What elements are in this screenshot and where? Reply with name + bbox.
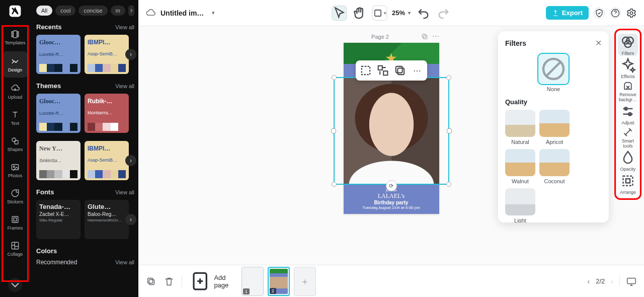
svg-rect-18	[383, 71, 387, 75]
filters-close[interactable]: ✕	[595, 38, 602, 48]
cloud-sync-icon[interactable]	[145, 8, 155, 18]
resize-handle-mr[interactable]	[447, 128, 452, 133]
svg-rect-15	[422, 34, 426, 38]
recents-title: Recents	[36, 23, 62, 31]
recommended-title: Recommended	[36, 259, 77, 266]
left-rail: Templates Design Upload Text Shapes Phot…	[0, 0, 30, 297]
chip-all[interactable]: All	[36, 6, 52, 16]
resize-tool[interactable]: ▾	[372, 6, 387, 21]
app-logo[interactable]	[8, 4, 22, 18]
shield-icon[interactable]	[594, 8, 605, 19]
main-area: Untitled ima… ▾ ▾ 25%▾ Export	[138, 0, 644, 297]
recent-card-2[interactable]: IBMPl… Asap-SemiB…	[85, 35, 129, 74]
page-thumb-2[interactable]: 2	[268, 267, 290, 296]
resize-handle-ml[interactable]	[331, 128, 336, 133]
bb-delete[interactable]	[164, 276, 175, 287]
zoom-control[interactable]: 25%▾	[392, 9, 411, 17]
svg-rect-14	[423, 35, 427, 39]
page-thumb-1[interactable]: 1	[242, 267, 264, 296]
page-duplicate-icon[interactable]	[421, 32, 428, 41]
filter-walnut[interactable]: Walnut	[505, 149, 535, 184]
themes-title: Themes	[36, 82, 61, 90]
svg-rect-30	[148, 278, 153, 283]
settings-icon[interactable]	[626, 8, 637, 19]
svg-rect-17	[378, 66, 382, 70]
filter-natural[interactable]: Natural	[505, 110, 535, 145]
page-indicator: 2/2	[596, 277, 605, 285]
title-dropdown-icon[interactable]: ▾	[212, 10, 215, 16]
colors-viewall[interactable]: View all	[115, 259, 134, 265]
tutorial-highlight-right	[614, 29, 641, 200]
help-icon[interactable]	[610, 8, 621, 19]
theme-card-2[interactable]: Rubik-… Montserra…	[85, 94, 129, 133]
page-thumb-add[interactable]: ＋	[294, 267, 316, 296]
add-page-button[interactable]: Add page	[189, 270, 229, 292]
bottom-bar: Add page 1 2 ＋ ‹ 2/2 ›	[138, 265, 644, 297]
ctx-more[interactable]: ⋯	[410, 63, 424, 78]
ctx-replace[interactable]	[376, 63, 390, 78]
ctx-copy[interactable]	[393, 63, 407, 78]
font-card-1[interactable]: Tenada-… Zacbel X-E… Stilu-Regular	[36, 200, 80, 239]
resize-handle-tr[interactable]	[446, 75, 451, 80]
recents-next[interactable]: ›	[125, 49, 136, 60]
hand-tool[interactable]	[352, 6, 367, 21]
theme-card-4[interactable]: IBMPl… Asap-SemiB…	[85, 141, 129, 180]
recent-card-1[interactable]: Glooc… Lucette-R…	[36, 35, 80, 74]
filter-apricot[interactable]: Apricot	[539, 110, 570, 145]
context-toolbar: ⋯	[356, 60, 427, 81]
font-card-2[interactable]: Glute… Baloo-Reg… HammersmithOn…	[85, 200, 129, 239]
theme-card-3[interactable]: New Y… SinkinSa…	[36, 141, 80, 180]
svg-rect-11	[374, 10, 380, 16]
rotate-handle[interactable]: ⟳	[386, 180, 397, 191]
theme-card-1[interactable]: Glooc… Lucette-R…	[36, 94, 80, 133]
chip-overflow[interactable]	[128, 5, 134, 16]
page-more-icon[interactable]: ⋯	[432, 32, 439, 41]
svg-rect-29	[149, 279, 154, 284]
top-bar: Untitled ima… ▾ ▾ 25%▾ Export	[138, 0, 644, 26]
bb-duplicate[interactable]	[145, 276, 156, 287]
svg-rect-20	[395, 66, 402, 73]
page-label: Page 2	[371, 34, 389, 40]
fonts-next[interactable]: ›	[125, 214, 136, 225]
present-icon[interactable]	[626, 276, 637, 287]
svg-rect-19	[397, 68, 404, 75]
recents-viewall[interactable]: View all	[115, 24, 134, 30]
themes-next[interactable]: ›	[125, 155, 136, 166]
svg-point-13	[630, 12, 633, 15]
chip-cool[interactable]: cool	[55, 6, 75, 16]
redo-button[interactable]	[436, 6, 451, 21]
colors-title: Colors	[36, 247, 57, 255]
tutorial-highlight-left	[2, 25, 29, 282]
svg-rect-16	[361, 66, 369, 75]
right-rail: Filters Effects Remove backgr… Adjust Sm…	[616, 30, 640, 198]
chip-concise[interactable]: concise	[78, 6, 107, 16]
themes-viewall[interactable]: View all	[115, 83, 134, 89]
fonts-viewall[interactable]: View all	[115, 189, 134, 195]
style-chips: All cool concise m	[36, 5, 134, 16]
page-next[interactable]: ›	[611, 277, 613, 285]
resize-handle-bl[interactable]	[332, 182, 337, 187]
page-prev[interactable]: ‹	[588, 277, 590, 285]
quality-title: Quality	[505, 98, 602, 106]
resize-handle-tl[interactable]	[332, 75, 337, 80]
chip-more-truncated[interactable]: m	[111, 6, 125, 16]
filter-none[interactable]: None	[505, 54, 602, 92]
doc-title[interactable]: Untitled ima…	[160, 9, 206, 17]
filters-title: Filters	[505, 39, 526, 47]
design-panel: All cool concise m Recents View all Gloo…	[30, 0, 138, 297]
fonts-title: Fonts	[36, 188, 54, 196]
filter-coconut[interactable]: Coconut	[539, 149, 570, 184]
select-tool[interactable]	[332, 6, 347, 21]
selected-photo[interactable]: ⟳	[344, 77, 439, 185]
filters-panel: Filters ✕ None Quality Natural Apricot W…	[498, 31, 609, 222]
canvas[interactable]: Page 2 ⋯ BIRTHDAY	[138, 26, 644, 265]
undo-button[interactable]	[416, 6, 431, 21]
ctx-crop[interactable]	[359, 63, 373, 78]
none-icon	[538, 54, 569, 84]
export-button[interactable]: Export	[546, 6, 589, 20]
filter-light[interactable]: Light	[505, 188, 535, 222]
resize-handle-br[interactable]	[446, 182, 451, 187]
svg-rect-32	[627, 278, 636, 283]
